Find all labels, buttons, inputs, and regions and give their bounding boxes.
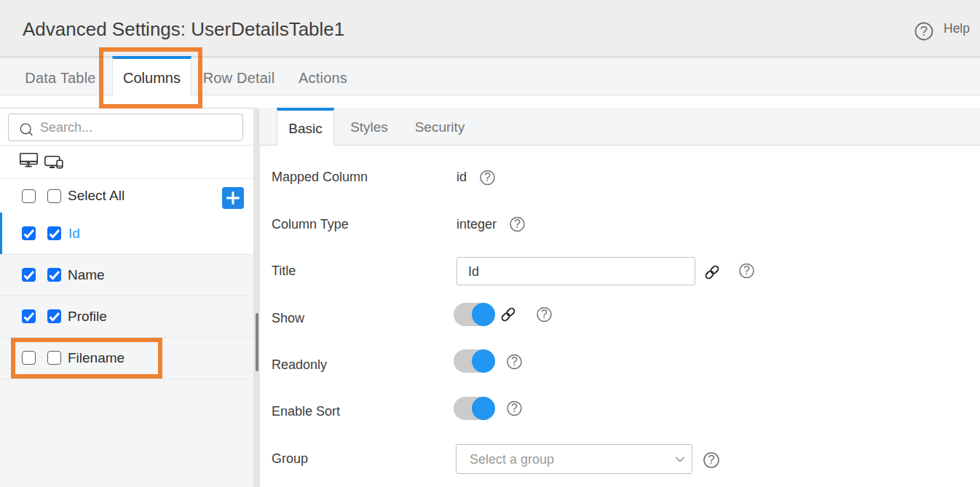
svg-text:?: ? [514, 218, 521, 230]
svg-text:?: ? [920, 23, 928, 39]
svg-text:?: ? [511, 402, 518, 414]
svg-text:?: ? [541, 308, 548, 320]
svg-text:?: ? [708, 453, 714, 467]
svg-text:?: ? [743, 264, 750, 277]
svg-text:?: ? [511, 355, 518, 368]
svg-text:?: ? [484, 171, 491, 183]
